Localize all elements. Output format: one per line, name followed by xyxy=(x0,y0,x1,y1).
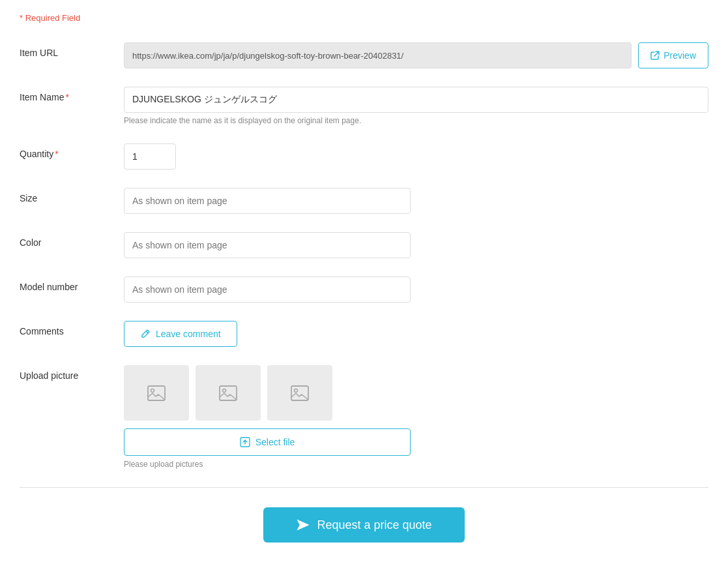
color-wrap xyxy=(124,232,708,258)
preview-button[interactable]: Preview xyxy=(638,42,708,68)
item-url-wrap: Preview xyxy=(124,42,708,68)
size-label: Size xyxy=(20,188,124,203)
section-divider xyxy=(20,487,708,488)
comments-row: Comments Leave comment xyxy=(20,321,708,347)
send-icon xyxy=(296,518,310,532)
item-name-row: Item Name* Please indicate the name as i… xyxy=(20,87,708,125)
image-previews xyxy=(124,365,708,421)
upload-picture-wrap: Select file Please upload pictures xyxy=(124,365,708,469)
item-name-label: Item Name* xyxy=(20,87,124,102)
required-star-qty: * xyxy=(55,149,58,159)
external-link-icon xyxy=(650,51,660,60)
quantity-row: Quantity* xyxy=(20,143,708,170)
required-notice: * Required Field xyxy=(20,13,708,23)
item-url-input[interactable] xyxy=(124,42,632,68)
image-slot-3[interactable] xyxy=(267,365,332,421)
comments-label: Comments xyxy=(20,321,124,336)
model-number-wrap xyxy=(124,276,708,303)
model-number-label: Model number xyxy=(20,276,124,292)
upload-icon xyxy=(240,437,250,447)
image-placeholder-icon-1 xyxy=(146,383,167,404)
leave-comment-label: Leave comment xyxy=(156,329,221,339)
item-url-label: Item URL xyxy=(20,42,124,58)
upload-picture-row: Upload picture xyxy=(20,365,708,469)
quantity-input[interactable] xyxy=(124,143,176,170)
image-slot-1[interactable] xyxy=(124,365,189,421)
preview-label: Preview xyxy=(663,50,696,61)
page-container: * Required Field Item URL Preview Item N… xyxy=(0,0,728,566)
size-row: Size xyxy=(20,188,708,214)
image-slot-2[interactable] xyxy=(196,365,261,421)
select-file-button[interactable]: Select file xyxy=(124,428,411,456)
edit-icon xyxy=(140,329,151,339)
item-name-wrap: Please indicate the name as it is displa… xyxy=(124,87,708,125)
item-url-row: Item URL Preview xyxy=(20,42,708,68)
size-wrap xyxy=(124,188,708,214)
item-name-hint: Please indicate the name as it is displa… xyxy=(124,116,708,125)
svg-point-5 xyxy=(295,389,298,392)
quantity-label: Quantity* xyxy=(20,143,124,159)
color-row: Color xyxy=(20,232,708,258)
size-input[interactable] xyxy=(124,188,411,214)
model-number-input[interactable] xyxy=(124,276,411,303)
color-label: Color xyxy=(20,232,124,248)
model-number-row: Model number xyxy=(20,276,708,303)
comments-wrap: Leave comment xyxy=(124,321,708,347)
select-file-label: Select file xyxy=(255,437,295,447)
item-name-input[interactable] xyxy=(124,87,708,113)
submit-button[interactable]: Request a price quote xyxy=(263,507,464,543)
upload-picture-label: Upload picture xyxy=(20,365,124,381)
required-star: * xyxy=(65,92,68,102)
svg-point-1 xyxy=(151,389,154,392)
color-input[interactable] xyxy=(124,232,411,258)
leave-comment-button[interactable]: Leave comment xyxy=(124,321,237,347)
url-row: Preview xyxy=(124,42,708,68)
upload-hint: Please upload pictures xyxy=(124,460,708,469)
submit-label: Request a price quote xyxy=(317,518,431,532)
image-placeholder-icon-2 xyxy=(218,383,239,404)
submit-row: Request a price quote xyxy=(20,507,708,543)
quantity-wrap xyxy=(124,143,708,170)
svg-point-3 xyxy=(223,389,226,392)
image-placeholder-icon-3 xyxy=(289,383,310,404)
